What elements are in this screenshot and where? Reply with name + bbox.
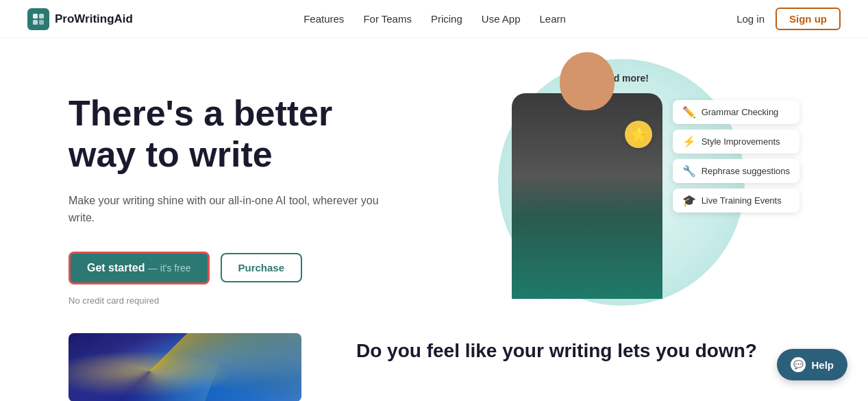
login-button[interactable]: Log in (736, 13, 765, 25)
signup-button[interactable]: Sign up (776, 8, 841, 30)
hero-buttons: Get started — it's free Purchase (69, 252, 397, 284)
nav-for-teams[interactable]: For Teams (363, 13, 412, 25)
hero-left: There's a better way to write Make your … (69, 80, 397, 306)
person-head (560, 52, 615, 110)
hero-title: There's a better way to write (69, 93, 397, 175)
feature-pills-container: ✏️ Grammar Checking ⚡ Style Improvements… (673, 100, 799, 212)
get-started-button[interactable]: Get started — it's free (69, 252, 210, 284)
chat-button[interactable]: 💬 Help (777, 349, 847, 380)
feature-pill-rephrase: 🔧 Rephrase suggestions (673, 159, 799, 183)
chat-icon: 💬 (791, 357, 806, 372)
person-illustration (505, 86, 669, 299)
hero-right: ⭐ ...and more! ✏️ Grammar Checking ⚡ Sty… (443, 80, 799, 299)
hero-subtitle: Make your writing shine with our all-in-… (69, 192, 397, 227)
bottom-title: Do you feel like your writing lets you d… (356, 340, 757, 362)
nav-features[interactable]: Features (303, 13, 344, 25)
thumbnail-swirl2 (69, 333, 301, 401)
logo-icon (27, 8, 49, 30)
no-credit-text: No credit card required (69, 295, 397, 306)
thumbnail-image (69, 333, 301, 401)
nav-links: Features For Teams Pricing Use App Learn (303, 13, 566, 25)
chat-bubble-icon: 💬 (793, 360, 804, 369)
svg-rect-0 (33, 14, 38, 19)
feature-pill-training: 🎓 Live Training Events (673, 189, 799, 212)
bottom-section: Do you feel like your writing lets you d… (0, 333, 868, 401)
nav-use-app[interactable]: Use App (482, 13, 521, 25)
navbar: ProWritingAid Features For Teams Pricing… (0, 0, 868, 38)
feature-pill-style: ⚡ Style Improvements (673, 130, 799, 154)
logo-text: ProWritingAid (55, 12, 133, 26)
bottom-right: Do you feel like your writing lets you d… (356, 333, 757, 362)
star-badge: ⭐ (625, 121, 652, 148)
training-label: Live Training Events (702, 195, 782, 206)
rephrase-icon: 🔧 (682, 165, 696, 178)
svg-rect-2 (33, 20, 38, 25)
grammar-label: Grammar Checking (702, 107, 779, 117)
chat-label: Help (811, 359, 834, 371)
nav-actions: Log in Sign up (736, 8, 841, 30)
nav-learn[interactable]: Learn (540, 13, 566, 25)
training-icon: 🎓 (682, 194, 696, 207)
purchase-button[interactable]: Purchase (221, 253, 303, 282)
hero-section: There's a better way to write Make your … (0, 38, 868, 333)
bottom-left (69, 333, 301, 401)
grammar-icon: ✏️ (682, 106, 696, 119)
rephrase-label: Rephrase suggestions (702, 166, 790, 176)
style-label: Style Improvements (702, 136, 780, 147)
svg-rect-3 (39, 20, 44, 25)
feature-pill-grammar: ✏️ Grammar Checking (673, 100, 799, 124)
style-icon: ⚡ (682, 135, 696, 148)
nav-pricing[interactable]: Pricing (431, 13, 462, 25)
logo-link[interactable]: ProWritingAid (27, 8, 133, 30)
svg-rect-1 (39, 14, 44, 19)
